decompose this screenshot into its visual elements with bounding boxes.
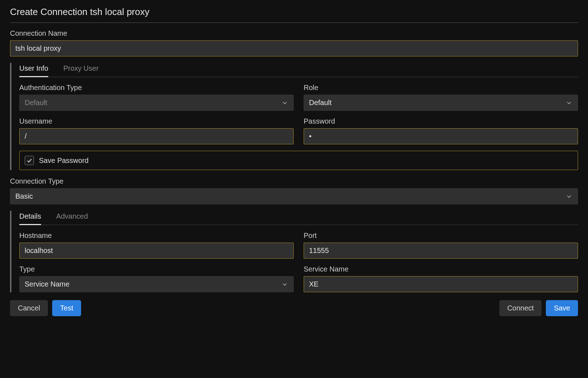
chevron-down-icon (281, 99, 288, 106)
auth-type-group: Authentication Type Default (19, 84, 294, 111)
user-info-tabs: User Info Proxy User (19, 63, 578, 77)
connection-name-label: Connection Name (10, 29, 578, 38)
chevron-down-icon (565, 99, 573, 106)
connection-name-group: Connection Name (10, 29, 578, 56)
type-value: Service Name (25, 280, 70, 288)
role-label: Role (304, 84, 578, 92)
service-name-input[interactable] (304, 276, 578, 292)
left-button-group: Cancel Test (10, 300, 81, 316)
test-button[interactable]: Test (52, 300, 81, 316)
type-select[interactable]: Service Name (19, 276, 294, 292)
save-password-row[interactable]: Save Password (19, 151, 578, 170)
dialog-title: Create Connection tsh local proxy (10, 6, 578, 23)
connection-type-label: Connection Type (10, 177, 578, 185)
chevron-down-icon (281, 281, 288, 288)
user-info-section: User Info Proxy User Authentication Type… (10, 63, 578, 170)
tab-details[interactable]: Details (19, 211, 41, 225)
connection-type-select[interactable]: Basic (10, 188, 578, 204)
details-section: Details Advanced Hostname Port Type Serv… (10, 211, 578, 292)
save-password-checkbox[interactable] (25, 156, 34, 165)
connection-name-input[interactable] (10, 40, 578, 56)
username-input[interactable] (19, 128, 294, 144)
auth-type-value: Default (25, 99, 47, 107)
role-value: Default (309, 99, 332, 107)
service-name-group: Service Name (304, 265, 578, 292)
cancel-button[interactable]: Cancel (10, 300, 48, 316)
username-group: Username (19, 117, 294, 144)
details-tabs: Details Advanced (19, 211, 578, 225)
chevron-down-icon (565, 193, 573, 200)
save-password-label: Save Password (39, 156, 89, 165)
type-label: Type (19, 265, 294, 273)
hostname-group: Hostname (19, 232, 294, 259)
port-input[interactable] (304, 243, 578, 259)
role-select[interactable]: Default (304, 95, 578, 111)
password-group: Password (304, 117, 578, 144)
right-button-group: Connect Save (499, 300, 578, 316)
tab-advanced[interactable]: Advanced (56, 211, 88, 225)
connect-button[interactable]: Connect (499, 300, 542, 316)
type-group: Type Service Name (19, 265, 294, 292)
password-label: Password (304, 117, 578, 125)
auth-type-select: Default (19, 95, 294, 111)
button-row: Cancel Test Connect Save (10, 300, 578, 316)
connection-type-value: Basic (15, 192, 33, 200)
hostname-label: Hostname (19, 232, 294, 240)
username-label: Username (19, 117, 294, 125)
save-button[interactable]: Save (546, 300, 578, 316)
port-label: Port (304, 232, 578, 240)
auth-type-label: Authentication Type (19, 84, 294, 92)
role-group: Role Default (304, 84, 578, 111)
port-group: Port (304, 232, 578, 259)
tab-user-info[interactable]: User Info (19, 63, 48, 77)
hostname-input[interactable] (19, 243, 294, 259)
connection-type-group: Connection Type Basic (10, 177, 578, 204)
service-name-label: Service Name (304, 265, 578, 273)
password-input[interactable] (304, 128, 578, 144)
tab-proxy-user[interactable]: Proxy User (63, 63, 99, 77)
